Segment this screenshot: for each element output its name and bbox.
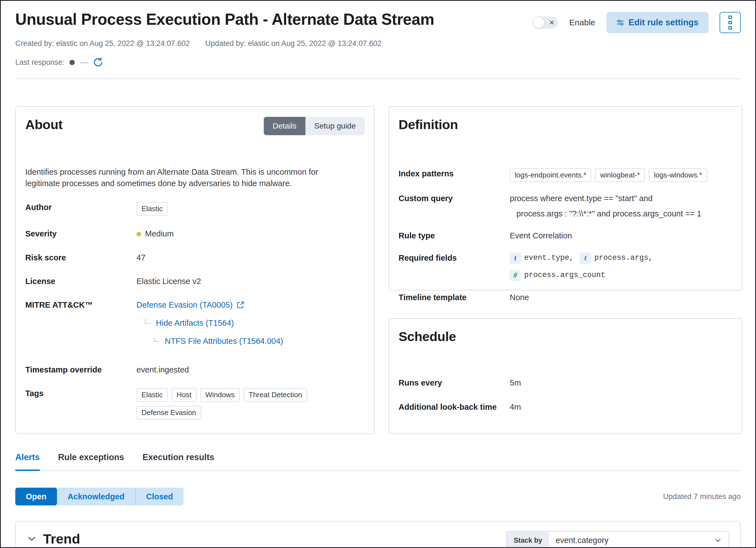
- edit-rule-settings-button[interactable]: Edit rule settings: [606, 12, 708, 33]
- license-row: License Elastic License v2: [25, 276, 365, 287]
- rule-details-page: Unusual Process Execution Path - Alterna…: [0, 0, 756, 548]
- index-patterns-row: Index patterns logs-endpoint.events.* wi…: [399, 168, 732, 182]
- tags-row: Tags Elastic Host Windows Threat Detecti…: [25, 388, 365, 419]
- license-label: License: [25, 276, 136, 287]
- rule-type-row: Rule type Event Correlation: [399, 230, 732, 241]
- custom-query-line1: process where event.type == "start" and: [510, 193, 701, 204]
- select-chevron-down-icon: [714, 536, 722, 544]
- license-value: Elastic License v2: [136, 276, 201, 287]
- risk-score-row: Risk score 47: [25, 252, 365, 263]
- index-pattern-badge: winlogbeat-*: [595, 168, 645, 182]
- last-response-value: —: [80, 58, 88, 67]
- boxes-vertical-icon: [728, 16, 732, 29]
- toggle-off-x-icon: ×: [549, 18, 554, 27]
- index-pattern-badge: logs-windows.*: [649, 168, 707, 182]
- rule-type-value: Event Correlation: [510, 230, 572, 241]
- about-panel: About Details Setup guide Identifies pro…: [15, 106, 375, 434]
- tree-elbow-icon: [154, 337, 159, 342]
- rule-description: Identifies processes running from an Alt…: [25, 166, 345, 189]
- mitre-label: MITRE ATT&CK™: [25, 300, 136, 311]
- author-row: Author Elastic: [25, 202, 365, 215]
- field-type-string-icon: t: [510, 252, 521, 264]
- stack-by-label: Stack by: [507, 532, 549, 548]
- alerts-toolbar: Open Acknowledged Closed Updated 7 minut…: [15, 488, 741, 505]
- updated-by-text: Updated by: elastic on Aug 25, 2022 @ 13…: [205, 39, 382, 48]
- about-view-switch: Details Setup guide: [264, 117, 365, 135]
- rule-tabs: Alerts Rule exceptions Execution results: [15, 452, 741, 471]
- tab-execution-results[interactable]: Execution results: [143, 452, 214, 471]
- mitre-subtechnique-link[interactable]: NTFS File Attributes (T1564.004): [165, 336, 283, 347]
- required-fields-row: Required fields t event.type, t process.…: [399, 252, 732, 281]
- severity-label: Severity: [25, 228, 136, 239]
- tab-details[interactable]: Details: [264, 117, 305, 135]
- timestamp-override-label: Timestamp override: [25, 365, 136, 375]
- lookback-value: 4m: [510, 402, 521, 413]
- tag-badge: Elastic: [136, 388, 168, 402]
- sliders-icon: [616, 19, 624, 26]
- status-dot-icon: [69, 60, 75, 65]
- edit-rule-settings-label: Edit rule settings: [629, 18, 698, 28]
- mitre-tactic-link[interactable]: Defense Evasion (TA0005): [136, 300, 233, 311]
- schedule-panel: Schedule Runs every 5m Additional look-b…: [389, 318, 742, 434]
- lookback-label: Additional look-back time: [399, 402, 510, 413]
- external-link-icon: [237, 301, 244, 309]
- trend-heading: Trend: [43, 531, 80, 547]
- definition-panel: Definition Index patterns logs-endpoint.…: [389, 106, 742, 291]
- page-title: Unusual Process Execution Path - Alterna…: [15, 10, 434, 29]
- stack-by-control: Stack by event.category: [506, 531, 729, 548]
- required-field-name: event.type,: [524, 253, 574, 263]
- last-response-label: Last response:: [15, 58, 64, 67]
- tag-badge: Host: [172, 388, 197, 402]
- severity-value: Medium: [145, 228, 174, 239]
- page-header: Unusual Process Execution Path - Alterna…: [15, 1, 741, 33]
- enable-label: Enable: [569, 18, 595, 27]
- header-actions: × Enable Edit rule settings: [533, 12, 741, 33]
- schedule-heading: Schedule: [399, 329, 732, 344]
- required-field-name: process.args_count: [524, 270, 605, 280]
- mitre-technique-link[interactable]: Hide Artifacts (T1564): [156, 318, 234, 329]
- runs-every-value: 5m: [510, 378, 521, 388]
- custom-query-label: Custom query: [399, 193, 510, 204]
- stack-by-select[interactable]: event.category: [549, 532, 728, 548]
- tags-label: Tags: [25, 388, 136, 399]
- required-fields-label: Required fields: [399, 252, 510, 263]
- header-divider: [15, 78, 741, 79]
- tag-badge: Defense Evasion: [136, 406, 201, 420]
- stack-by-value: event.category: [556, 536, 608, 545]
- runs-every-row: Runs every 5m: [399, 378, 732, 388]
- alert-status-filter-group: Open Acknowledged Closed: [15, 488, 183, 505]
- custom-query-row: Custom query process where event.type ==…: [399, 193, 732, 219]
- rule-type-label: Rule type: [399, 230, 510, 241]
- field-type-number-icon: #: [510, 270, 521, 281]
- collapse-chevron-icon[interactable]: [27, 534, 36, 544]
- tab-setup-guide[interactable]: Setup guide: [305, 117, 365, 135]
- updated-ago-text: Updated 7 minutes ago: [663, 492, 741, 501]
- risk-score-value: 47: [136, 252, 145, 263]
- tab-alerts[interactable]: Alerts: [15, 452, 40, 471]
- timeline-template-value: None: [510, 292, 529, 303]
- refresh-icon[interactable]: [93, 57, 103, 67]
- tag-badge: Windows: [200, 388, 240, 402]
- timestamp-override-value: event.ingested: [136, 365, 189, 375]
- filter-acknowledged-button[interactable]: Acknowledged: [57, 488, 135, 505]
- risk-score-label: Risk score: [25, 252, 136, 263]
- filter-closed-button[interactable]: Closed: [135, 488, 184, 505]
- mitre-row: MITRE ATT&CK™ Defense Evasion (TA0005): [25, 300, 365, 347]
- about-heading: About: [25, 117, 63, 132]
- field-type-string-icon: t: [580, 252, 591, 264]
- runs-every-label: Runs every: [399, 378, 510, 388]
- timeline-template-row: Timeline template None: [399, 292, 732, 303]
- created-by-text: Created by: elastic on Aug 25, 2022 @ 13…: [15, 39, 190, 48]
- toggle-knob: [533, 17, 544, 28]
- severity-medium-dot-icon: [136, 232, 141, 236]
- custom-query-line2: process.args : "?:\\*:*" and process.arg…: [510, 208, 701, 219]
- trend-panel: Trend Stack by event.category: [15, 521, 741, 548]
- author-label: Author: [25, 202, 136, 213]
- tree-elbow-icon: [145, 319, 150, 324]
- enable-toggle[interactable]: ×: [533, 16, 558, 29]
- filter-open-button[interactable]: Open: [15, 488, 57, 505]
- tab-rule-exceptions[interactable]: Rule exceptions: [58, 452, 124, 471]
- lookback-row: Additional look-back time 4m: [399, 402, 732, 413]
- all-actions-menu-button[interactable]: [720, 12, 741, 33]
- required-field-name: process.args,: [594, 253, 653, 263]
